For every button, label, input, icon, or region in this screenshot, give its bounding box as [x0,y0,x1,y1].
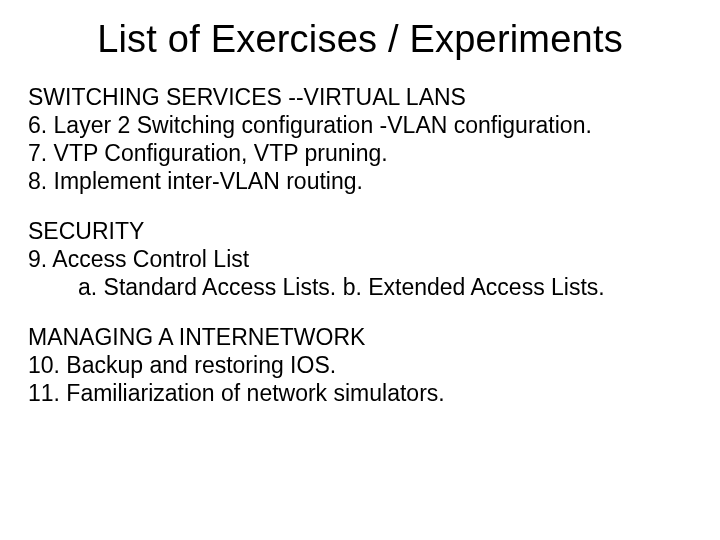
list-subitem: a. Standard Access Lists. b. Extended Ac… [28,273,692,301]
slide: List of Exercises / Experiments SWITCHIN… [0,0,720,540]
section-heading: SECURITY [28,217,692,245]
list-item: 9. Access Control List [28,245,692,273]
list-item: 10. Backup and restoring IOS. [28,351,692,379]
section-heading: SWITCHING SERVICES --VIRTUAL LANS [28,83,692,111]
section-heading: MANAGING A INTERNETWORK [28,323,692,351]
slide-body: SWITCHING SERVICES --VIRTUAL LANS 6. Lay… [28,83,692,407]
spacer [28,195,692,217]
list-item: 6. Layer 2 Switching configuration -VLAN… [28,111,692,139]
spacer [28,301,692,323]
slide-title: List of Exercises / Experiments [28,18,692,61]
list-item: 8. Implement inter-VLAN routing. [28,167,692,195]
list-item: 11. Familiarization of network simulator… [28,379,692,407]
list-item: 7. VTP Configuration, VTP pruning. [28,139,692,167]
